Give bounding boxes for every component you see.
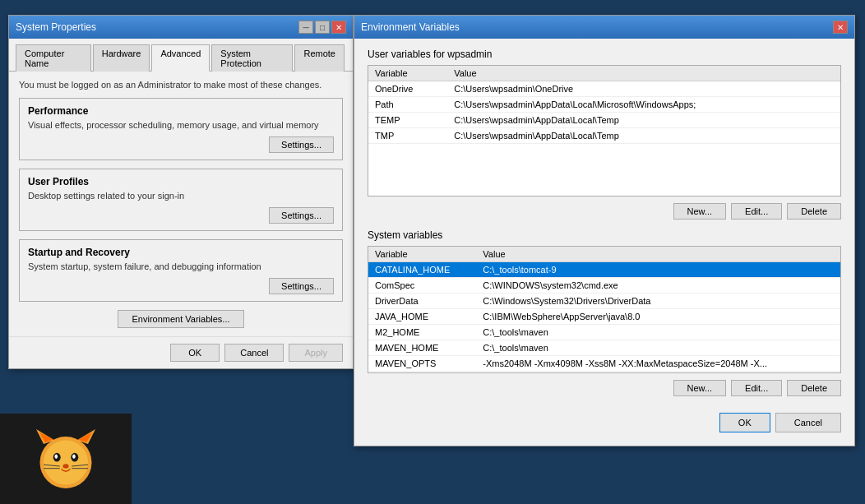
user-profiles-title: User Profiles <box>28 176 334 187</box>
sys-val-cell: C:\_tools\maven <box>476 340 840 356</box>
sys-props-title: System Properties <box>16 21 96 33</box>
performance-settings-button[interactable]: Settings... <box>269 136 334 153</box>
user-vars-label: User variables for wpsadmin <box>368 49 841 60</box>
env-close-button[interactable]: ✕ <box>833 21 848 34</box>
svg-point-9 <box>72 455 76 459</box>
user-edit-button[interactable]: Edit... <box>731 203 782 220</box>
apply-button[interactable]: Apply <box>289 344 343 362</box>
user-table-row[interactable]: TEMPC:\Users\wpsadmin\AppData\Local\Temp <box>368 113 840 128</box>
sys-vars-buttons: New... Edit... Delete <box>368 380 841 396</box>
sys-props-footer: OK Cancel Apply <box>9 336 353 368</box>
user-var-cell: TEMP <box>368 113 447 128</box>
cat-icon <box>29 422 103 496</box>
sys-var-col: Variable <box>368 247 476 262</box>
performance-section: Performance Visual effects, processor sc… <box>19 98 343 160</box>
user-vars-table-container: Variable Value OneDriveC:\Users\wpsadmin… <box>368 65 841 197</box>
startup-recovery-settings-button[interactable]: Settings... <box>269 278 334 294</box>
sys-var-cell: M2_HOME <box>368 325 476 340</box>
tab-system-protection[interactable]: System Protection <box>211 44 293 72</box>
sys-var-cell: ComSpec <box>368 278 476 294</box>
user-vars-buttons: New... Edit... Delete <box>368 203 841 220</box>
sys-table-row[interactable]: DriverDataC:\Windows\System32\Drivers\Dr… <box>368 294 840 309</box>
sys-edit-button[interactable]: Edit... <box>731 380 782 396</box>
sys-val-cell: C:\_tools\tomcat-9 <box>476 262 840 278</box>
user-profiles-settings-button[interactable]: Settings... <box>269 207 334 224</box>
svg-point-5 <box>44 441 88 485</box>
startup-recovery-desc: System startup, system failure, and debu… <box>28 261 334 271</box>
system-properties-window: System Properties ─ □ ✕ Computer Name Ha… <box>8 15 354 369</box>
sys-val-col: Value <box>476 247 840 262</box>
user-var-cell: OneDrive <box>368 81 447 97</box>
sys-val-cell: C:\_tools\maven <box>476 325 840 340</box>
sys-table-row[interactable]: ComSpecC:\WINDOWS\system32\cmd.exe <box>368 278 840 294</box>
tab-computer-name[interactable]: Computer Name <box>16 44 91 72</box>
user-table-row[interactable]: PathC:\Users\wpsadmin\AppData\Local\Micr… <box>368 97 840 113</box>
tab-remote[interactable]: Remote <box>294 44 345 72</box>
user-var-col: Variable <box>368 66 447 81</box>
user-table-header-row: Variable Value <box>368 66 840 81</box>
svg-point-8 <box>55 455 58 459</box>
admin-note: You must be logged on as an Administrato… <box>19 80 343 90</box>
user-val-cell: C:\Users\wpsadmin\OneDrive <box>447 81 840 97</box>
tab-advanced[interactable]: Advanced <box>151 44 210 72</box>
sys-vars-table-container: Variable Value CATALINA_HOMEC:\_tools\to… <box>368 246 841 373</box>
env-titlebar-controls: ✕ <box>833 21 848 34</box>
user-val-cell: C:\Users\wpsadmin\AppData\Local\Temp <box>447 113 840 128</box>
user-val-cell: C:\Users\wpsadmin\AppData\Local\Microsof… <box>447 97 840 113</box>
sys-val-cell: -Xms2048M -Xmx4098M -Xss8M -XX:MaxMetasp… <box>476 356 840 372</box>
env-cancel-button[interactable]: Cancel <box>775 413 841 432</box>
sys-vars-label: System variables <box>368 229 841 241</box>
user-profiles-desc: Desktop settings related to your sign-in <box>28 191 334 201</box>
titlebar-controls: ─ □ ✕ <box>298 21 346 34</box>
sys-var-cell: MAVEN_HOME <box>368 340 476 356</box>
cancel-button[interactable]: Cancel <box>224 344 284 362</box>
sys-var-cell: JAVA_HOME <box>368 309 476 325</box>
env-vars-window: Environment Variables ✕ User variables f… <box>354 15 855 446</box>
user-new-button[interactable]: New... <box>673 203 727 220</box>
maximize-button[interactable]: □ <box>315 21 330 34</box>
sys-var-cell: DriverData <box>368 294 476 309</box>
user-table-row[interactable]: TMPC:\Users\wpsadmin\AppData\Local\Temp <box>368 128 840 144</box>
sys-val-cell: C:\WINDOWS\system32\cmd.exe <box>476 278 840 294</box>
sys-table-row[interactable]: MAVEN_HOMEC:\_tools\maven <box>368 340 840 356</box>
ok-button[interactable]: OK <box>170 344 220 362</box>
sys-table-row[interactable]: CATALINA_HOMEC:\_tools\tomcat-9 <box>368 262 840 278</box>
sys-delete-button[interactable]: Delete <box>787 380 841 396</box>
sys-table-row[interactable]: JAVA_HOMEC:\IBM\WebSphere\AppServer\java… <box>368 309 840 325</box>
svg-point-10 <box>62 464 68 468</box>
user-delete-button[interactable]: Delete <box>787 203 841 220</box>
tabs-row: Computer Name Hardware Advanced System P… <box>9 39 353 72</box>
sys-vars-table: Variable Value CATALINA_HOMEC:\_tools\to… <box>368 247 840 372</box>
user-val-col: Value <box>447 66 840 81</box>
user-table-row[interactable]: OneDriveC:\Users\wpsadmin\OneDrive <box>368 81 840 97</box>
user-vars-table: Variable Value OneDriveC:\Users\wpsadmin… <box>368 66 840 144</box>
env-vars-footer: OK Cancel <box>368 406 841 436</box>
sys-table-row[interactable]: MAVEN_OPTS-Xms2048M -Xmx4098M -Xss8M -XX… <box>368 356 840 372</box>
env-vars-titlebar: Environment Variables ✕ <box>354 16 854 39</box>
env-ok-button[interactable]: OK <box>719 413 770 432</box>
close-button[interactable]: ✕ <box>331 21 346 34</box>
performance-title: Performance <box>28 105 334 117</box>
user-val-cell: C:\Users\wpsadmin\AppData\Local\Temp <box>447 128 840 144</box>
sys-val-cell: C:\Windows\System32\Drivers\DriverData <box>476 294 840 309</box>
sys-val-cell: C:\IBM\WebSphere\AppServer\java\8.0 <box>476 309 840 325</box>
sys-table-header-row: Variable Value <box>368 247 840 262</box>
minimize-button[interactable]: ─ <box>298 21 313 34</box>
startup-recovery-section: Startup and Recovery System startup, sys… <box>19 239 343 302</box>
tab-hardware[interactable]: Hardware <box>93 44 150 72</box>
sys-props-content: You must be logged on as an Administrato… <box>9 72 353 336</box>
sys-table-row[interactable]: M2_HOMEC:\_tools\maven <box>368 325 840 340</box>
taskbar-logo <box>0 414 132 504</box>
sys-var-cell: MAVEN_OPTS <box>368 356 476 372</box>
user-var-cell: Path <box>368 97 447 113</box>
sys-new-button[interactable]: New... <box>673 380 727 396</box>
env-vars-button[interactable]: Environment Variables... <box>118 310 243 328</box>
user-profiles-section: User Profiles Desktop settings related t… <box>19 169 343 231</box>
sys-vars-scroll[interactable]: Variable Value CATALINA_HOMEC:\_tools\to… <box>368 247 840 373</box>
sys-props-titlebar: System Properties ─ □ ✕ <box>9 16 353 39</box>
user-var-cell: TMP <box>368 128 447 144</box>
performance-desc: Visual effects, processor scheduling, me… <box>28 120 334 130</box>
startup-recovery-title: Startup and Recovery <box>28 247 334 258</box>
env-vars-content: User variables for wpsadmin Variable Val… <box>354 39 854 446</box>
sys-var-cell: CATALINA_HOME <box>368 262 476 278</box>
